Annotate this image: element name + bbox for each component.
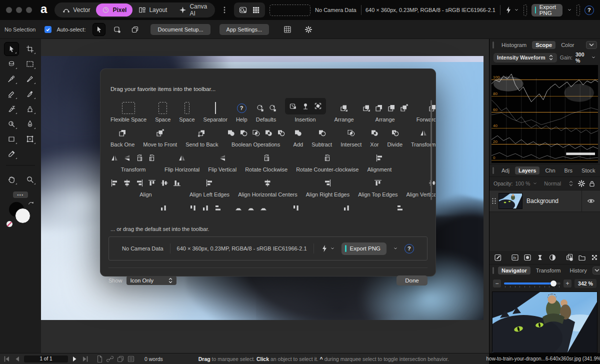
toolbar-item-flip-horizontal[interactable]: Flip Horizontal: [164, 152, 200, 173]
opacity-value[interactable]: 100 %: [516, 180, 530, 186]
tab-history[interactable]: History: [566, 266, 590, 274]
toolbar-item-alignment[interactable]: Alignment: [368, 152, 392, 173]
tab-navigator[interactable]: Navigator: [498, 266, 530, 274]
document-setup-button[interactable]: Document Setup...: [150, 24, 210, 35]
toolbar-item-flexible-space[interactable]: Flexible Space: [110, 102, 146, 123]
toolbar-item-divide[interactable]: Divide: [387, 126, 402, 148]
layers-list-empty-area[interactable]: [490, 212, 600, 251]
tool-eraser[interactable]: [4, 87, 19, 101]
window-minimize-button[interactable]: [16, 7, 22, 13]
tool-hand[interactable]: [4, 172, 19, 186]
tab-brs[interactable]: Brs: [561, 166, 576, 174]
toolbar-drop-slot-small[interactable]: [524, 4, 527, 16]
toolbar-item-align-top-edges[interactable]: Align Top Edges: [358, 176, 398, 198]
tool-move[interactable]: [4, 42, 19, 56]
toolbar-item-distribute[interactable]: [234, 202, 268, 223]
swap-colors-icon[interactable]: [28, 201, 34, 208]
tab-histogram[interactable]: Histogram: [498, 41, 530, 49]
tab-chn[interactable]: Chn: [542, 166, 558, 174]
toolbar-item-align-right-edges[interactable]: Align Right Edges: [306, 176, 350, 198]
tools-more-button[interactable]: •••: [13, 192, 28, 198]
help-icon[interactable]: ?: [584, 6, 594, 15]
new-group-icon[interactable]: [578, 254, 586, 262]
tool-selection-brush[interactable]: [4, 57, 19, 71]
hardware-acceleration-button[interactable]: [504, 6, 519, 14]
new-layer-icon[interactable]: [566, 254, 574, 262]
toolbar-item-xor[interactable]: Xor: [370, 126, 378, 148]
scrollbar[interactable]: [430, 100, 432, 200]
toolbar-item-forward-one[interactable]: Forward One: [416, 102, 436, 123]
panel-drag-handle[interactable]: [492, 42, 494, 48]
tab-adj[interactable]: Adj: [498, 166, 513, 174]
tool-mesh-warp[interactable]: [22, 132, 38, 146]
snapping-grid-icon[interactable]: [281, 23, 294, 36]
grid-view-icon[interactable]: [252, 6, 260, 14]
window-controls[interactable]: [6, 7, 32, 13]
new-pixel-layer-icon[interactable]: [590, 254, 598, 262]
select-mode-duplicate-button[interactable]: [128, 23, 142, 36]
tool-pen[interactable]: [22, 117, 38, 131]
tab-stock[interactable]: Stock: [578, 166, 599, 174]
mask-layer-icon[interactable]: [524, 254, 532, 262]
toolbar-item-distribute[interactable]: [342, 202, 350, 223]
next-page-icon[interactable]: [70, 355, 78, 363]
tool-zoom[interactable]: [22, 172, 38, 186]
tool-dodge-burn[interactable]: [4, 117, 19, 131]
tab-color[interactable]: Color: [558, 41, 578, 49]
toolbar-item-arrange[interactable]: Arrange: [334, 102, 354, 123]
tab-scope[interactable]: Scope: [532, 41, 556, 49]
page-indicator[interactable]: 1 of 1: [24, 356, 68, 362]
toolbar-item-intersect[interactable]: Intersect: [340, 126, 362, 148]
toolbar-item-space[interactable]: Space: [155, 102, 170, 123]
gain-select[interactable]: 300 %: [576, 52, 596, 64]
auto-preview-icon[interactable]: [239, 6, 247, 14]
tool-clone-stamp[interactable]: [22, 102, 38, 116]
toolbar-item-send-to-back[interactable]: Send to Back: [186, 126, 218, 148]
no-color-swatch[interactable]: [6, 221, 12, 227]
toolbar-item-distribute[interactable]: [189, 202, 222, 223]
window-zoom-button[interactable]: [26, 7, 32, 13]
toolbar-item-space[interactable]: Space: [179, 102, 194, 123]
tool-color-replacement-brush[interactable]: [22, 87, 38, 101]
toolbar-item-flip-vertical[interactable]: Flip Vertical: [208, 152, 236, 173]
waveform-type-select[interactable]: Intensity Waveform: [494, 53, 557, 62]
toolbar-drop-slot-small[interactable]: [576, 4, 580, 16]
panel-menu-chevron-icon[interactable]: [586, 41, 597, 49]
tool-crop[interactable]: [22, 42, 38, 56]
toolbar-item-back-one[interactable]: Back One: [110, 126, 134, 148]
blend-mode-value[interactable]: Normal: [544, 180, 561, 186]
auto-select-checkbox[interactable]: [44, 26, 52, 33]
zoom-percentage[interactable]: 342 %: [574, 279, 596, 288]
persona-tab-layout[interactable]: Layout: [132, 4, 173, 16]
layer-settings-gear-icon[interactable]: [578, 180, 586, 188]
toolbar-item-align[interactable]: Align: [110, 176, 181, 198]
layer-effects-icon[interactable]: fx: [511, 254, 519, 262]
tool-smudge[interactable]: [4, 102, 19, 116]
previous-page-icon[interactable]: [14, 355, 22, 363]
toolbar-item-distribute[interactable]: [160, 202, 168, 223]
persona-tab-canva-ai[interactable]: Canva AI: [173, 4, 213, 16]
select-mode-cursor-button[interactable]: [92, 23, 106, 36]
tool-paint-brush[interactable]: [22, 72, 38, 86]
toolbar-item-transform[interactable]: Transform: [110, 152, 156, 173]
last-page-icon[interactable]: [81, 355, 89, 363]
toolbar-item-move-to-front[interactable]: Move to Front: [143, 126, 177, 148]
toolbar-item-help[interactable]: ?Help: [236, 102, 248, 123]
layer-thumbnail[interactable]: [498, 193, 522, 209]
adjustment-layer-icon[interactable]: [536, 254, 544, 262]
edit-layer-icon[interactable]: [494, 254, 502, 262]
zoom-slider[interactable]: [504, 280, 560, 288]
toolbar-item-arrange[interactable]: Arrange: [362, 102, 408, 123]
toolbar-item-defaults[interactable]: Defaults: [256, 102, 276, 123]
tab-transform[interactable]: Transform: [532, 266, 564, 274]
export-options-chevron-icon[interactable]: [567, 8, 572, 12]
pages-icon[interactable]: [96, 355, 104, 363]
toolbar-drop-slot[interactable]: [270, 4, 310, 16]
done-button[interactable]: Done: [396, 276, 428, 286]
tool-rectangle[interactable]: [4, 132, 19, 146]
toolbar-item-distribute[interactable]: [292, 202, 300, 223]
live-filter-icon[interactable]: [548, 254, 556, 262]
persona-tab-vector[interactable]: Vector: [56, 4, 96, 16]
export-png-button[interactable]: Export PNG: [532, 4, 562, 16]
tool-color-picker[interactable]: [4, 147, 19, 161]
